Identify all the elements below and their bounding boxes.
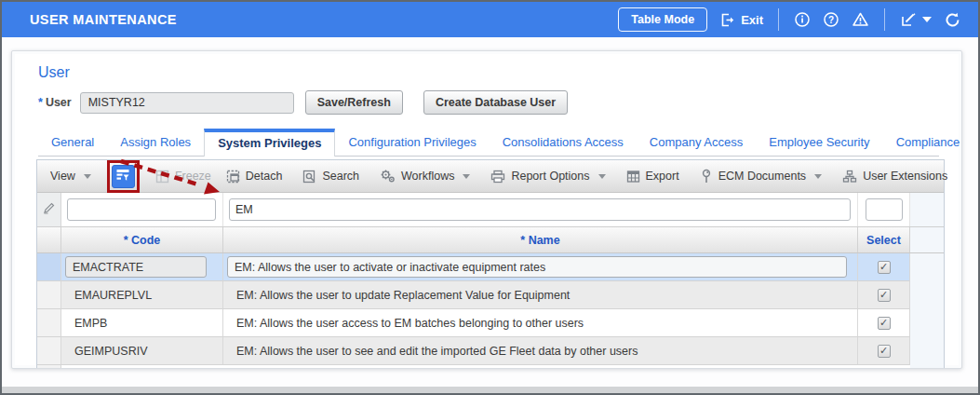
column-header-select[interactable]: Select — [858, 227, 910, 252]
row-checkbox[interactable]: ✓ — [878, 345, 891, 358]
required-marker: * — [38, 96, 43, 109]
hierarchy-icon — [842, 170, 857, 184]
user-form-row: *User Save/Refresh Create Database User — [38, 90, 939, 115]
current-row-code-field[interactable]: EMACTRATE — [65, 256, 207, 278]
app-header-actions: Table Mode Exit ? — [618, 7, 961, 32]
ecm-documents-label: ECM Documents — [718, 170, 806, 183]
detach-label: Detach — [246, 170, 283, 183]
info-button[interactable] — [794, 11, 811, 28]
code-filter-input[interactable] — [67, 198, 216, 221]
select-filter-input[interactable] — [866, 198, 903, 221]
code-filter-cell — [61, 193, 223, 226]
chevron-down-icon — [814, 174, 822, 179]
table-bottom-pad — [37, 365, 944, 369]
app-header: USER MAINTENANCE Table Mode Exit ? — [2, 2, 978, 37]
user-field-label: *User — [38, 96, 72, 109]
column-header-code[interactable]: * Code — [61, 227, 223, 252]
gears-icon — [380, 169, 396, 184]
row-handle[interactable] — [37, 337, 61, 365]
table-row[interactable]: EMAUREPLVL EM: Allows the user to update… — [37, 281, 944, 309]
tab-assign-roles[interactable]: Assign Roles — [107, 129, 204, 156]
exit-button[interactable]: Exit — [719, 12, 763, 28]
row-checkbox[interactable]: ✓ — [878, 317, 891, 330]
tab-consolidations-access[interactable]: Consolidations Access — [490, 129, 637, 156]
edit-menu-button[interactable] — [900, 11, 932, 28]
privileges-table-container: View Freeze — [36, 159, 945, 369]
row-filler — [910, 309, 944, 337]
user-extensions-button[interactable]: User Extensions — [835, 170, 955, 184]
cell-code[interactable]: EMPB — [61, 309, 223, 337]
cell-code[interactable]: EMACTRATE — [61, 253, 223, 281]
tab-employee-security[interactable]: Employee Security — [756, 129, 882, 156]
chevron-down-icon — [598, 174, 606, 179]
annotation-highlight-box — [107, 160, 140, 193]
page-title: User — [38, 64, 939, 81]
info-icon — [794, 11, 811, 28]
query-by-example-filter-button[interactable] — [112, 165, 135, 188]
window-bottom-strip — [2, 387, 978, 393]
chevron-down-icon — [922, 17, 932, 22]
cell-select: ✓ — [858, 337, 910, 365]
help-button[interactable]: ? — [823, 11, 839, 28]
search-button[interactable]: Search — [295, 170, 367, 184]
cell-select: ✓ — [858, 309, 910, 337]
user-extensions-label: User Extensions — [863, 170, 947, 183]
table-row[interactable]: EMPB EM: Allows the user access to EM ba… — [37, 309, 944, 337]
workflows-label: Workflows — [401, 170, 454, 183]
row-handle[interactable] — [37, 309, 61, 337]
user-field[interactable] — [80, 92, 294, 114]
freeze-icon — [155, 170, 169, 184]
detach-button[interactable]: Detach — [219, 170, 290, 184]
app-title: USER MAINTENANCE — [30, 12, 177, 27]
cell-name[interactable]: EM: Allows the user to activate or inact… — [223, 253, 858, 281]
search-icon — [302, 170, 316, 184]
cell-select: ✓ — [858, 281, 910, 309]
export-label: Export — [646, 170, 679, 183]
current-row-name-field[interactable]: EM: Allows the user to activate or inact… — [227, 256, 847, 278]
filter-filler — [910, 193, 944, 226]
cell-select: ✓ — [858, 253, 910, 281]
export-button[interactable]: Export — [619, 170, 687, 184]
view-menu[interactable]: View — [43, 170, 99, 183]
table-mode-button[interactable]: Table Mode — [618, 7, 707, 32]
warning-button[interactable] — [852, 11, 869, 28]
svg-text:?: ? — [828, 15, 834, 25]
chevron-down-icon — [463, 174, 470, 179]
create-database-user-button[interactable]: Create Database User — [423, 90, 568, 115]
tab-system-privileges[interactable]: System Privileges — [204, 129, 335, 157]
row-checkbox[interactable]: ✓ — [878, 261, 891, 274]
refresh-button[interactable] — [944, 11, 961, 29]
cell-name[interactable]: EM: Allows the user access to EM batches… — [223, 309, 858, 337]
report-options-menu[interactable]: Report Options — [483, 170, 612, 184]
tab-company-access[interactable]: Company Access — [637, 129, 756, 156]
view-menu-label: View — [50, 170, 75, 183]
spreadsheet-icon — [626, 170, 640, 184]
header-separator — [778, 8, 779, 31]
cell-name[interactable]: EM: Allows the user to see and edit the … — [223, 337, 858, 365]
filter-icon — [115, 168, 130, 185]
chevron-down-icon — [84, 174, 91, 179]
name-filter-input[interactable] — [229, 198, 851, 221]
row-checkbox[interactable]: ✓ — [878, 289, 891, 302]
pencil-icon — [43, 201, 55, 218]
column-header-name[interactable]: * Name — [223, 227, 858, 252]
freeze-button[interactable]: Freeze — [148, 170, 219, 184]
table-row[interactable]: GEIMPUSRIV EM: Allows the user to see an… — [37, 337, 944, 365]
cell-code[interactable]: GEIMPUSRIV — [61, 337, 223, 365]
row-filler — [910, 253, 944, 281]
header-separator — [884, 8, 885, 31]
tab-configuration-privileges[interactable]: Configuration Privileges — [335, 129, 489, 156]
tab-compliance-security[interactable]: Compliance Security — [883, 129, 962, 156]
row-handle[interactable] — [37, 281, 61, 309]
row-handle[interactable] — [37, 253, 61, 281]
save-refresh-button[interactable]: Save/Refresh — [305, 90, 403, 115]
cell-name[interactable]: EM: Allows the user to update Replacemen… — [223, 281, 858, 309]
workflows-menu[interactable]: Workflows — [372, 169, 477, 184]
user-maintenance-window: USER MAINTENANCE Table Mode Exit ? — [0, 0, 980, 395]
cell-code[interactable]: EMAUREPLVL — [61, 281, 223, 309]
ecm-documents-menu[interactable]: ECM Documents — [692, 169, 829, 184]
tab-general[interactable]: General — [38, 129, 107, 156]
table-row[interactable]: EMACTRATE EM: Allows the user to activat… — [37, 253, 944, 281]
help-icon: ? — [823, 11, 839, 28]
edit-icon — [900, 11, 917, 28]
